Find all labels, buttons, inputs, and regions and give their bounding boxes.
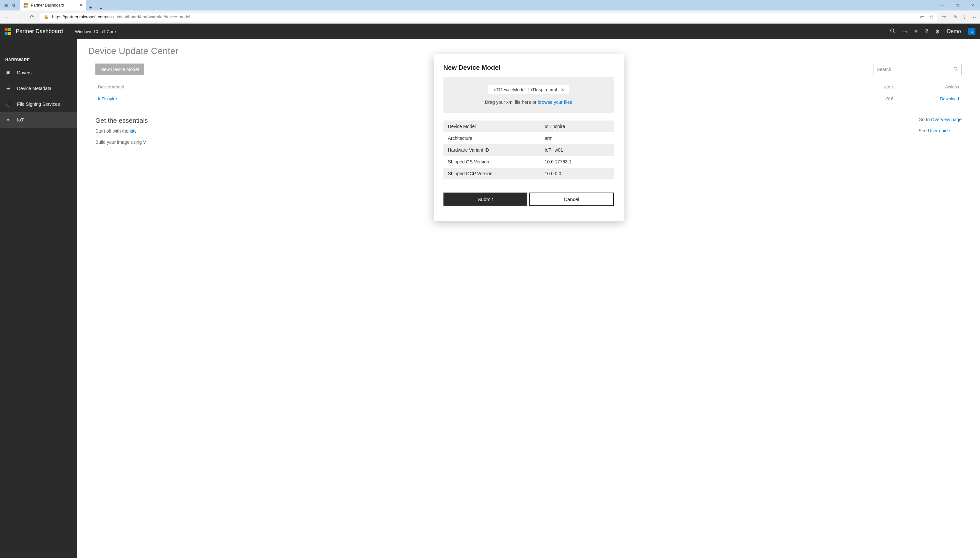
sidebar-item-file-signing[interactable]: ▢ File Signing Services — [0, 96, 77, 112]
nav-forward-button[interactable]: → — [15, 12, 24, 21]
iot-icon: ✶ — [5, 117, 11, 123]
hamburger-icon[interactable]: ≡ — [5, 44, 8, 50]
app-header: Partner Dashboard Windows 10 IoT Core ▭ … — [0, 24, 980, 39]
user-guide-link[interactable]: User guide — [928, 128, 950, 133]
lock-icon: 🔒 — [44, 15, 49, 19]
microsoft-logo-icon — [5, 28, 11, 35]
kits-link[interactable]: kits — [130, 128, 137, 134]
cancel-button[interactable]: Cancel — [529, 192, 614, 206]
tab-actions-chevron-icon[interactable]: ⌄ — [96, 4, 105, 10]
device-properties-table: Device ModelIoTInspire Architecturearm H… — [443, 120, 614, 179]
set-aside-tabs-icon[interactable]: ⧉ — [12, 3, 15, 8]
prop-value: arm — [545, 136, 609, 141]
new-device-model-button[interactable]: New Device Model — [96, 64, 144, 75]
new-device-model-dialog: New Device Model IoTDeviceModel_IoTInspi… — [434, 54, 624, 221]
build-link[interactable]: V — [143, 140, 146, 145]
overview-page-link[interactable]: Overview page — [931, 117, 962, 122]
window-close-button[interactable]: ✕ — [965, 0, 980, 10]
browser-tab-active[interactable]: Partner Dashboard ✕ — [20, 0, 86, 10]
user-label[interactable]: Demo — [947, 28, 961, 34]
prop-label: Shipped OCP Version — [448, 171, 545, 176]
notifications-icon[interactable]: ⍟ — [914, 28, 918, 34]
sidebar-item-drivers[interactable]: ▣ Drivers — [0, 65, 77, 80]
main-content: Device Update Center New Device Model Se… — [77, 39, 980, 558]
nav-back-button[interactable]: ← — [3, 12, 12, 21]
row-date: 018 — [628, 96, 893, 101]
sidebar-item-label: File Signing Services — [17, 102, 60, 107]
prop-label: Hardware Variant ID — [448, 148, 545, 153]
signing-icon: ▢ — [5, 102, 11, 107]
download-link[interactable]: Download — [940, 96, 959, 101]
notes-icon[interactable]: ✎ — [954, 14, 958, 20]
new-tab-button[interactable]: + — [86, 5, 96, 10]
svg-point-2 — [954, 67, 957, 70]
prop-value: 10.0.0.0 — [545, 171, 609, 176]
more-icon[interactable]: ⋯ — [971, 14, 976, 20]
sidebar-item-device-metadata[interactable]: ☰ Device Metadata — [0, 80, 77, 96]
essentials-heading: Get the essentials — [96, 117, 148, 125]
sidebar-item-iot[interactable]: ✶ IoT — [0, 112, 77, 128]
user-guide-line: See User guide — [918, 128, 962, 133]
overview-line: Go to Overview page — [918, 117, 962, 122]
uploaded-file-pill: IoTDeviceModel_IoTInspire.xml ✕ — [488, 85, 569, 94]
favorites-hub-icon[interactable]: ☆≡ — [942, 14, 949, 20]
nav-refresh-button[interactable]: ⟳ — [28, 12, 37, 21]
sidebar-group-title: HARDWARE — [0, 55, 77, 65]
dialog-title: New Device Model — [443, 64, 614, 71]
reading-view-icon[interactable]: ▭ — [920, 14, 925, 20]
remove-file-icon[interactable]: ✕ — [561, 87, 564, 92]
prop-value: IoTHw01 — [545, 148, 609, 153]
address-bar[interactable]: 🔒 https://partner.microsoft.com/en-us/da… — [40, 12, 937, 22]
prop-value: IoTInspire — [545, 124, 609, 129]
settings-icon[interactable]: ⚙ — [935, 28, 940, 35]
url-text: https://partner.microsoft.com/en-us/dash… — [52, 15, 190, 19]
sidebar-item-label: IoT — [17, 117, 24, 123]
prop-label: Shipped OS Version — [448, 159, 545, 164]
search-icon[interactable] — [890, 28, 895, 35]
browser-titlebar: ▥ ⧉ Partner Dashboard ✕ + ⌄ — ▢ ✕ — [0, 0, 980, 10]
prop-value: 10.0.17763.1 — [545, 159, 609, 164]
divider — [69, 27, 69, 36]
app-title: Partner Dashboard — [16, 28, 63, 35]
feedback-icon[interactable]: ▭ — [902, 28, 907, 35]
svg-line-3 — [957, 70, 958, 71]
file-drop-zone[interactable]: IoTDeviceModel_IoTInspire.xml ✕ Drag you… — [443, 77, 614, 113]
uploaded-file-name: IoTDeviceModel_IoTInspire.xml — [492, 87, 557, 92]
essentials-kits-line: Start off with the kits — [96, 128, 148, 134]
sidebar: ≡ HARDWARE ▣ Drivers ☰ Device Metadata ▢… — [0, 39, 77, 558]
svg-point-0 — [891, 29, 894, 32]
window-minimize-button[interactable]: — — [935, 0, 950, 10]
prop-label: Architecture — [448, 136, 545, 141]
share-icon[interactable]: ⇪ — [962, 14, 967, 20]
essentials-build-line: Build your image using V — [96, 140, 148, 145]
window-maximize-button[interactable]: ▢ — [950, 0, 965, 10]
submit-button[interactable]: Submit — [443, 192, 527, 206]
svg-line-1 — [893, 32, 895, 33]
search-input[interactable]: Search — [873, 64, 962, 75]
help-icon[interactable]: ? — [925, 28, 928, 34]
user-avatar[interactable]: ⌂ — [968, 28, 975, 35]
col-date[interactable]: ate — [628, 84, 893, 89]
close-tab-icon[interactable]: ✕ — [79, 3, 82, 8]
sidebar-item-label: Drivers — [17, 70, 31, 75]
browser-navbar: ← → ⟳ 🔒 https://partner.microsoft.com/en… — [0, 10, 980, 24]
col-actions[interactable]: Actions — [893, 84, 959, 89]
app-context: Windows 10 IoT Core — [75, 29, 116, 34]
favorite-icon[interactable]: ☆ — [929, 14, 934, 20]
drivers-icon: ▣ — [5, 70, 11, 75]
search-placeholder: Search — [877, 67, 891, 72]
tab-title: Partner Dashboard — [31, 3, 64, 8]
sidebar-item-label: Device Metadata — [17, 86, 51, 91]
drop-instructions: Drag your xml file here or browse your f… — [443, 100, 614, 105]
favicon-icon — [24, 3, 28, 8]
device-model-link[interactable]: IoTInspire — [98, 96, 117, 101]
tabs-overview-icon[interactable]: ▥ — [4, 3, 8, 8]
search-icon[interactable] — [954, 67, 958, 72]
metadata-icon: ☰ — [5, 86, 11, 91]
browse-files-link[interactable]: browse your files — [538, 100, 572, 105]
prop-label: Device Model — [448, 124, 545, 129]
